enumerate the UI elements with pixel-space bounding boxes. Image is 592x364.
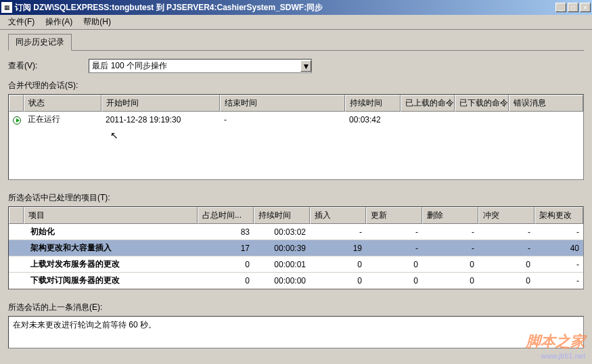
cell: 0 [310,274,366,288]
app-icon: ▦ [1,2,12,13]
col-schema[interactable]: 架构更改 [534,207,583,224]
cell: - [422,225,478,239]
window-controls: _ □ × [555,3,591,12]
cell: 0 [422,274,478,288]
cell: 17 [198,242,254,255]
cell-end: - [220,113,345,127]
window-title: 订阅 DZW\SQLEXPRESS:tongbutest 到 PJSERVER4… [15,2,555,14]
maximize-button[interactable]: □ [568,3,578,12]
cell: 0 [198,274,254,288]
col-pct[interactable]: 占总时间... [198,207,254,224]
cell [9,279,24,283]
cell: 0 [422,258,478,271]
table-row[interactable]: 初始化8300:03:02----- [9,224,583,240]
sessions-grid-body: 正在运行 2011-12-28 19:19:30 - 00:03:42 [9,112,583,179]
col-update[interactable]: 更新 [366,207,422,224]
session-row[interactable]: 正在运行 2011-12-28 19:19:30 - 00:03:42 [9,112,583,127]
cell-status: 正在运行 [24,112,101,127]
col-dur[interactable]: 持续时间 [254,207,310,224]
items-label: 所选会话中已处理的项目(T): [8,192,584,204]
cell-start: 2011-12-28 19:19:30 [101,113,220,127]
col-error[interactable]: 错误消息 [509,95,583,112]
cell [9,263,24,267]
sessions-grid[interactable]: 状态 开始时间 结束时间 持续时间 已上载的命令 已下载的命令 错误消息 正在运… [8,94,584,180]
table-row[interactable]: 上载对发布服务器的更改000:00:010000- [9,256,583,273]
cell [9,230,24,234]
cell: 00:00:01 [254,258,310,271]
cell-error [509,118,583,122]
cell: - [534,258,583,271]
cell-uploaded [401,118,455,122]
cell: 架构更改和大容量插入 [24,240,198,256]
cell: 0 [478,274,534,288]
cell: - [534,274,583,288]
cell: 0 [366,274,422,288]
last-message-box[interactable]: 在对未来更改进行轮询之前等待 60 秒。 [8,316,584,348]
col-conflict[interactable]: 冲突 [478,207,534,224]
items-grid[interactable]: 项目 占总时间... 持续时间 插入 更新 删除 冲突 架构更改 初始化8300… [8,206,584,290]
cell: - [478,225,534,239]
minimize-button[interactable]: _ [555,3,566,12]
col-icon[interactable] [9,95,24,112]
close-button[interactable]: × [580,3,591,12]
sessions-label: 合并代理的会话(S): [8,80,584,91]
col-downloaded[interactable]: 已下载的命令 [455,95,509,112]
dropdown-arrow-icon[interactable]: ▼ [300,60,311,72]
col-start[interactable]: 开始时间 [101,95,220,112]
cell: - [366,225,422,239]
menubar: 文件(F) 操作(A) 帮助(H) [0,15,592,30]
view-dropdown-value: 最后 100 个同步操作 [89,60,300,72]
cell: 上载对发布服务器的更改 [24,256,198,272]
menu-file[interactable]: 文件(F) [3,15,40,29]
menu-help[interactable]: 帮助(H) [78,15,116,29]
col-end[interactable]: 结束时间 [220,95,345,112]
col-insert[interactable]: 插入 [310,207,366,224]
content-area: 同步历史记录 查看(V): 最后 100 个同步操作 ▼ 合并代理的会话(S):… [0,30,592,357]
view-label: 查看(V): [8,60,37,72]
cell: 0 [366,258,422,271]
cell: 00:00:39 [254,242,310,255]
table-row[interactable]: 架构更改和大容量插入1700:00:3919---40 [9,240,583,256]
col-status[interactable]: 状态 [24,95,101,112]
cell: - [310,225,366,239]
items-grid-header: 项目 占总时间... 持续时间 插入 更新 删除 冲突 架构更改 [9,207,583,224]
cell: 初始化 [24,224,198,240]
tab-sync-history[interactable]: 同步历史记录 [8,34,72,51]
table-row[interactable]: 下载对订阅服务器的更改000:00:000000- [9,273,583,289]
tab-strip: 同步历史记录 [8,34,584,51]
view-row: 查看(V): 最后 100 个同步操作 ▼ [8,59,584,73]
lastmsg-label: 所选会话的上一条消息(E): [8,302,584,313]
col-blank[interactable] [9,207,24,224]
cell: - [422,242,478,255]
view-dropdown[interactable]: 最后 100 个同步操作 ▼ [89,59,312,73]
menu-action[interactable]: 操作(A) [40,15,78,29]
cell [9,246,24,250]
cell: - [534,225,583,239]
cell: 0 [198,258,254,271]
cell-downloaded [455,118,509,122]
running-icon [9,113,24,127]
cell: 0 [310,258,366,271]
cell: 0 [478,258,534,271]
cell: 下载对订阅服务器的更改 [24,273,198,288]
cell: - [478,242,534,255]
col-delete[interactable]: 删除 [422,207,478,224]
cell: 83 [198,225,254,239]
cell-duration: 00:03:42 [345,113,401,127]
col-duration[interactable]: 持续时间 [345,95,401,112]
cell: - [366,242,422,255]
cell: 19 [310,242,366,255]
sessions-grid-header: 状态 开始时间 结束时间 持续时间 已上载的命令 已下载的命令 错误消息 [9,95,583,112]
cell: 40 [534,242,583,255]
cell: 00:03:02 [254,225,310,239]
col-uploaded[interactable]: 已上载的命令 [401,95,455,112]
last-message-text: 在对未来更改进行轮询之前等待 60 秒。 [13,320,156,329]
items-grid-body: 初始化8300:03:02-----架构更改和大容量插入1700:00:3919… [9,224,583,289]
cell: 00:00:00 [254,274,310,288]
titlebar: ▦ 订阅 DZW\SQLEXPRESS:tongbutest 到 PJSERVE… [0,0,592,15]
col-project[interactable]: 项目 [24,207,198,224]
